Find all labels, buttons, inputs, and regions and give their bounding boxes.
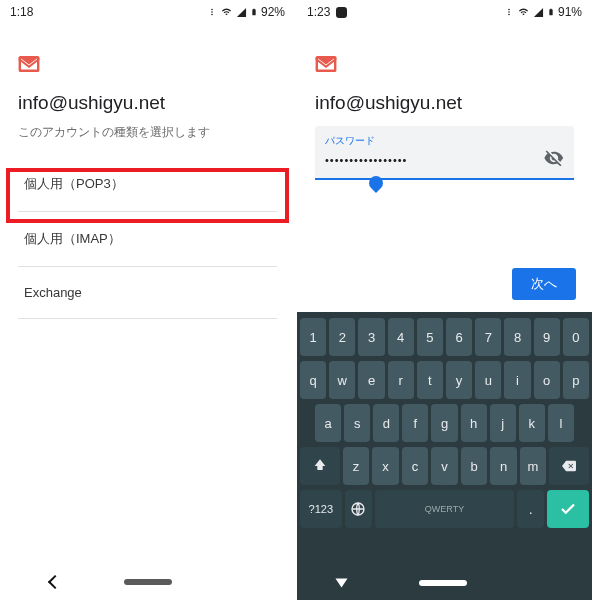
- visibility-off-icon[interactable]: [544, 148, 564, 172]
- key-8[interactable]: 8: [504, 318, 530, 356]
- backspace-key[interactable]: [549, 447, 589, 485]
- wifi-icon: [517, 7, 530, 17]
- key-w[interactable]: w: [329, 361, 355, 399]
- key-1[interactable]: 1: [300, 318, 326, 356]
- key-j[interactable]: j: [490, 404, 516, 442]
- space-key[interactable]: QWERTY: [375, 490, 514, 528]
- cursor-handle-icon[interactable]: [366, 173, 386, 193]
- key-x[interactable]: x: [372, 447, 399, 485]
- next-button[interactable]: 次へ: [512, 268, 576, 300]
- signal-icon: [533, 7, 544, 18]
- key-y[interactable]: y: [446, 361, 472, 399]
- enter-key[interactable]: [547, 490, 589, 528]
- svg-point-1: [211, 11, 213, 13]
- signal-icon: [236, 7, 247, 18]
- shift-key[interactable]: [300, 447, 340, 485]
- gmail-logo: [315, 56, 574, 72]
- key-row-q: qwertyuiop: [300, 361, 589, 399]
- notification-icon: [504, 7, 514, 17]
- key-r[interactable]: r: [388, 361, 414, 399]
- key-s[interactable]: s: [344, 404, 370, 442]
- key-6[interactable]: 6: [446, 318, 472, 356]
- key-t[interactable]: t: [417, 361, 443, 399]
- backspace-icon: [560, 459, 578, 473]
- key-v[interactable]: v: [431, 447, 458, 485]
- key-q[interactable]: q: [300, 361, 326, 399]
- battery-pct: 92%: [261, 5, 285, 19]
- key-e[interactable]: e: [358, 361, 384, 399]
- nav-home-pill[interactable]: [124, 579, 172, 585]
- globe-icon: [350, 501, 366, 517]
- period-key[interactable]: .: [517, 490, 545, 528]
- key-row-num: 1234567890: [300, 318, 589, 356]
- key-g[interactable]: g: [431, 404, 457, 442]
- key-b[interactable]: b: [461, 447, 488, 485]
- account-type-screen: info@ushigyu.net このアカウントの種類を選択します 個人用（PO…: [0, 24, 295, 319]
- nav-back-icon[interactable]: [48, 575, 62, 589]
- svg-point-2: [211, 14, 213, 16]
- battery-pct: 91%: [558, 5, 582, 19]
- navbar: [297, 570, 592, 600]
- key-f[interactable]: f: [402, 404, 428, 442]
- password-field[interactable]: パスワード •••••••••••••••••: [315, 126, 574, 178]
- key-row-a: asdfghjkl: [300, 404, 589, 442]
- key-row-z: zxcvbnm: [300, 447, 589, 485]
- key-2[interactable]: 2: [329, 318, 355, 356]
- svg-point-3: [508, 9, 510, 11]
- option-exchange[interactable]: Exchange: [18, 267, 277, 319]
- svg-point-0: [211, 9, 213, 11]
- key-i[interactable]: i: [504, 361, 530, 399]
- key-p[interactable]: p: [563, 361, 589, 399]
- key-z[interactable]: z: [343, 447, 370, 485]
- navbar: [0, 570, 295, 600]
- gmail-logo: [18, 56, 277, 72]
- key-row-bottom: ?123 QWERTY .: [300, 490, 589, 528]
- nav-home-pill[interactable]: [419, 580, 467, 586]
- option-pop3[interactable]: 個人用（POP3）: [18, 157, 277, 212]
- key-a[interactable]: a: [315, 404, 341, 442]
- email-title: info@ushigyu.net: [315, 92, 574, 114]
- shift-icon: [312, 458, 328, 474]
- clock: 1:18: [10, 5, 33, 19]
- key-k[interactable]: k: [519, 404, 545, 442]
- status-icons: 92%: [207, 5, 285, 19]
- password-label: パスワード: [325, 134, 564, 148]
- wifi-icon: [220, 7, 233, 17]
- option-imap[interactable]: 個人用（IMAP）: [18, 212, 277, 267]
- status-icons: 91%: [504, 5, 582, 19]
- key-m[interactable]: m: [520, 447, 547, 485]
- key-c[interactable]: c: [402, 447, 429, 485]
- key-9[interactable]: 9: [534, 318, 560, 356]
- symbols-key[interactable]: ?123: [300, 490, 342, 528]
- account-type-list: 個人用（POP3） 個人用（IMAP） Exchange: [18, 157, 277, 319]
- battery-icon: [250, 6, 258, 18]
- password-screen: info@ushigyu.net パスワード •••••••••••••••••: [297, 24, 592, 178]
- key-l[interactable]: l: [548, 404, 574, 442]
- emoji-key[interactable]: [345, 490, 373, 528]
- keyboard: 1234567890 qwertyuiop asdfghjkl zxcvbnm …: [297, 312, 592, 570]
- svg-point-5: [508, 14, 510, 16]
- key-4[interactable]: 4: [388, 318, 414, 356]
- password-value[interactable]: •••••••••••••••••: [325, 154, 544, 166]
- field-underline: [315, 178, 574, 180]
- battery-icon: [547, 6, 555, 18]
- key-d[interactable]: d: [373, 404, 399, 442]
- key-7[interactable]: 7: [475, 318, 501, 356]
- key-5[interactable]: 5: [417, 318, 443, 356]
- chat-icon: [336, 7, 347, 18]
- nav-back-icon[interactable]: [336, 579, 348, 588]
- key-0[interactable]: 0: [563, 318, 589, 356]
- key-h[interactable]: h: [461, 404, 487, 442]
- phone-right: 1:23 91% info@ushigyu.net パスワード ••••••••…: [297, 0, 592, 600]
- key-u[interactable]: u: [475, 361, 501, 399]
- email-title: info@ushigyu.net: [18, 92, 277, 114]
- key-n[interactable]: n: [490, 447, 517, 485]
- svg-point-4: [508, 11, 510, 13]
- subtitle: このアカウントの種類を選択します: [18, 124, 277, 141]
- check-icon: [559, 500, 577, 518]
- clock: 1:23: [307, 5, 330, 19]
- phone-left: 1:18 92% info@ushigyu.net このアカウントの種類を選択し…: [0, 0, 295, 600]
- key-o[interactable]: o: [534, 361, 560, 399]
- key-3[interactable]: 3: [358, 318, 384, 356]
- statusbar: 1:23 91%: [297, 0, 592, 24]
